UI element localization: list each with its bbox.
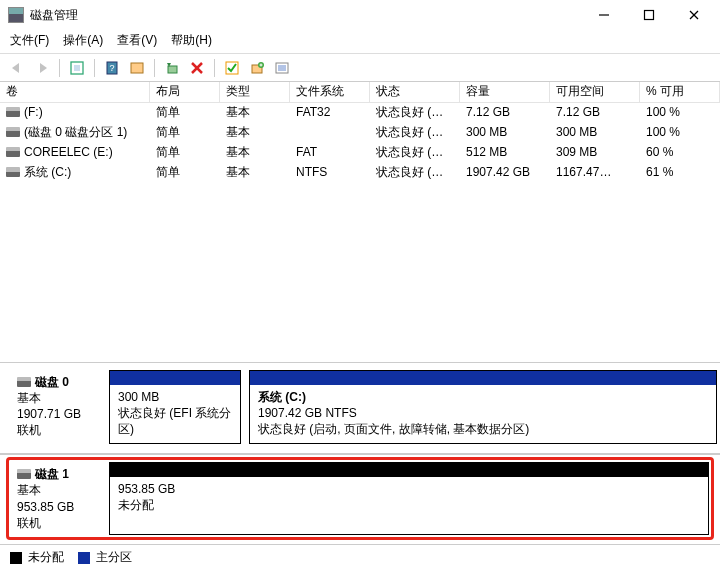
partition-size: 300 MB <box>118 389 232 405</box>
cell-capacity: 1907.42 GB <box>460 163 550 181</box>
volume-rows: (F:)简单基本FAT32状态良好 (…7.12 GB7.12 GB100 %(… <box>0 102 720 252</box>
cell-status: 状态良好 (… <box>370 102 460 123</box>
drive-icon <box>6 127 20 137</box>
col-status[interactable]: 状态 <box>370 82 460 103</box>
cell-free: 300 MB <box>550 123 640 141</box>
partition-band <box>250 371 716 385</box>
cell-capacity: 512 MB <box>460 143 550 161</box>
cell-free: 1167.47… <box>550 163 640 181</box>
cell-layout: 简单 <box>150 122 220 143</box>
cell-volume: COREELEC (E:) <box>0 143 150 161</box>
toolbar-separator <box>214 59 215 77</box>
cell-status: 状态良好 (… <box>370 142 460 163</box>
minimize-button[interactable] <box>581 1 626 29</box>
col-pctfree[interactable]: % 可用 <box>640 82 720 103</box>
window-title: 磁盘管理 <box>30 7 78 24</box>
cell-fs: FAT <box>290 143 370 161</box>
close-button[interactable] <box>671 1 716 29</box>
refresh-button[interactable] <box>66 57 88 79</box>
disk-pane[interactable]: 磁盘 1基本953.85 GB联机953.85 GB未分配 <box>6 457 714 540</box>
toolbar-separator <box>94 59 95 77</box>
cell-free: 309 MB <box>550 143 640 161</box>
title-bar: 磁盘管理 <box>0 0 720 30</box>
partition-band <box>110 371 240 385</box>
help-button[interactable]: ? <box>101 57 123 79</box>
partition-status: 未分配 <box>118 497 700 513</box>
toolbar-separator <box>154 59 155 77</box>
menu-help[interactable]: 帮助(H) <box>171 32 212 49</box>
cell-volume: (F:) <box>0 103 150 121</box>
drive-icon <box>6 107 20 117</box>
cell-volume: 系统 (C:) <box>0 162 150 183</box>
col-capacity[interactable]: 容量 <box>460 82 550 103</box>
menu-file[interactable]: 文件(F) <box>10 32 49 49</box>
svg-text:?: ? <box>109 63 114 73</box>
settings-button[interactable] <box>126 57 148 79</box>
cell-pctfree: 61 % <box>640 163 720 181</box>
legend-primary-label: 主分区 <box>96 549 132 566</box>
cell-status: 状态良好 (… <box>370 162 460 183</box>
toolbar-separator <box>59 59 60 77</box>
disk-type: 基本 <box>17 482 103 498</box>
table-row[interactable]: (F:)简单基本FAT32状态良好 (…7.12 GB7.12 GB100 % <box>0 102 720 122</box>
disk-name: 磁盘 0 <box>35 374 69 390</box>
col-layout[interactable]: 布局 <box>150 82 220 103</box>
cell-type: 基本 <box>220 102 290 123</box>
menu-view[interactable]: 查看(V) <box>117 32 157 49</box>
partition-size: 1907.42 GB NTFS <box>258 405 708 421</box>
cell-free: 7.12 GB <box>550 103 640 121</box>
volume-list[interactable]: 卷 布局 类型 文件系统 状态 容量 可用空间 % 可用 (F:)简单基本FAT… <box>0 82 720 363</box>
cell-fs: FAT32 <box>290 103 370 121</box>
table-row[interactable]: COREELEC (E:)简单基本FAT状态良好 (…512 MB309 MB6… <box>0 142 720 162</box>
partition-unallocated[interactable]: 953.85 GB未分配 <box>109 462 709 535</box>
table-row[interactable]: (磁盘 0 磁盘分区 1)简单基本状态良好 (…300 MB300 MB100 … <box>0 122 720 142</box>
app-icon <box>8 7 24 23</box>
disk-name: 磁盘 1 <box>35 466 69 482</box>
menu-bar: 文件(F) 操作(A) 查看(V) 帮助(H) <box>0 30 720 54</box>
list-button[interactable] <box>271 57 293 79</box>
cell-status: 状态良好 (… <box>370 122 460 143</box>
col-fs[interactable]: 文件系统 <box>290 82 370 103</box>
check-button[interactable] <box>221 57 243 79</box>
svg-rect-1 <box>644 11 653 20</box>
cell-pctfree: 60 % <box>640 143 720 161</box>
cell-fs: NTFS <box>290 163 370 181</box>
cell-capacity: 7.12 GB <box>460 103 550 121</box>
toolbar: ? <box>0 54 720 82</box>
col-free[interactable]: 可用空间 <box>550 82 640 103</box>
svg-rect-11 <box>168 66 177 73</box>
disk-pane[interactable]: 磁盘 0基本1907.71 GB联机300 MB状态良好 (EFI 系统分区)系… <box>6 365 714 450</box>
partition-size: 953.85 GB <box>118 481 700 497</box>
col-type[interactable]: 类型 <box>220 82 290 103</box>
cell-fs <box>290 130 370 134</box>
drive-icon <box>6 167 20 177</box>
disk-info: 磁盘 0基本1907.71 GB联机 <box>11 370 109 445</box>
forward-button <box>31 57 53 79</box>
partition-status: 状态良好 (EFI 系统分区) <box>118 405 232 437</box>
partition-status: 状态良好 (启动, 页面文件, 故障转储, 基本数据分区) <box>258 421 708 437</box>
legend-unalloc-label: 未分配 <box>28 549 64 566</box>
drive-icon <box>6 147 20 157</box>
cell-layout: 简单 <box>150 162 220 183</box>
disk-type: 基本 <box>17 390 103 406</box>
cell-layout: 简单 <box>150 142 220 163</box>
partition-primary[interactable]: 300 MB状态良好 (EFI 系统分区) <box>109 370 241 445</box>
cell-volume: (磁盘 0 磁盘分区 1) <box>0 122 150 143</box>
new-button[interactable] <box>246 57 268 79</box>
table-row[interactable]: 系统 (C:)简单基本NTFS状态良好 (…1907.42 GB1167.47…… <box>0 162 720 182</box>
cell-capacity: 300 MB <box>460 123 550 141</box>
cell-layout: 简单 <box>150 102 220 123</box>
maximize-button[interactable] <box>626 1 671 29</box>
volume-list-header: 卷 布局 类型 文件系统 状态 容量 可用空间 % 可用 <box>0 82 720 102</box>
cell-type: 基本 <box>220 122 290 143</box>
disk-state: 联机 <box>17 422 103 438</box>
partition-primary[interactable]: 系统 (C:)1907.42 GB NTFS状态良好 (启动, 页面文件, 故障… <box>249 370 717 445</box>
delete-button[interactable] <box>186 57 208 79</box>
col-volume[interactable]: 卷 <box>0 82 150 103</box>
menu-action[interactable]: 操作(A) <box>63 32 103 49</box>
partition-name: 系统 (C:) <box>258 389 708 405</box>
svg-marker-4 <box>12 63 19 73</box>
disk-partitions: 953.85 GB未分配 <box>109 462 709 535</box>
disk-partitions: 300 MB状态良好 (EFI 系统分区)系统 (C:)1907.42 GB N… <box>109 370 709 445</box>
action1-button[interactable] <box>161 57 183 79</box>
